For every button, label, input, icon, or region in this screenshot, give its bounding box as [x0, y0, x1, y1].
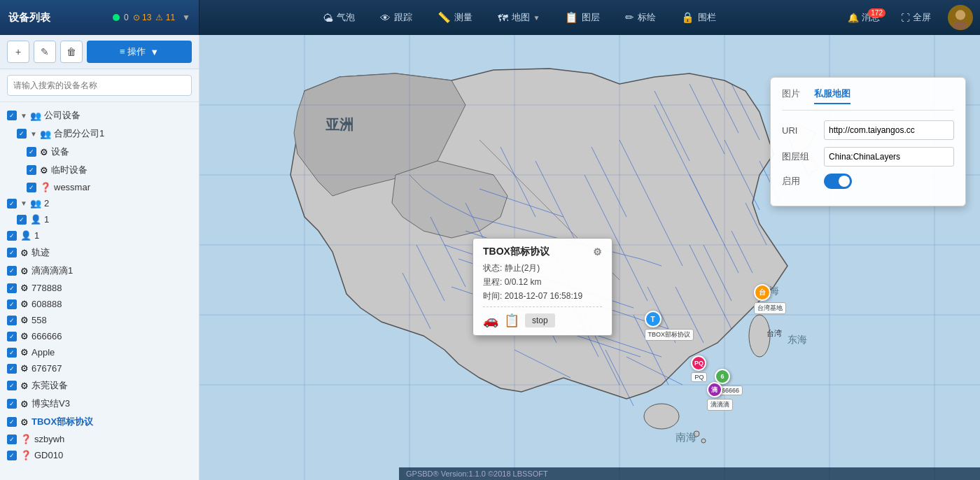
tree-item-g1[interactable]: ✓👤1 — [0, 211, 199, 227]
marker-tbox[interactable]: T TBOX部标协议 — [645, 311, 694, 341]
tree-arrow-hefei[interactable]: ▼ — [30, 130, 40, 138]
green-count: 0 — [124, 13, 129, 22]
tree-item-device[interactable]: ✓⚙设备 — [0, 143, 199, 161]
edit-button[interactable]: ✎ — [34, 41, 56, 63]
tree-label-device: 设备 — [51, 146, 192, 158]
tab-private-map[interactable]: 私服地图 — [814, 87, 850, 104]
search-input[interactable] — [7, 75, 192, 96]
tree-item-d558[interactable]: ✓⚙558 — [0, 312, 199, 328]
checkbox-tbox[interactable]: ✓ — [7, 417, 17, 427]
checkbox-d666666[interactable]: ✓ — [7, 332, 17, 341]
fullscreen-button[interactable]: ⛶ 全屏 — [892, 7, 939, 28]
checkbox-g2[interactable]: ✓ — [7, 199, 17, 209]
tree-arrow-company[interactable]: ▼ — [20, 112, 30, 120]
tree-item-d778888[interactable]: ✓⚙778888 — [0, 280, 199, 296]
nav-map[interactable]: 🗺 地图 ▼ — [488, 7, 550, 28]
delete-button[interactable]: 🗑 — [60, 41, 83, 63]
popup-info-icon[interactable]: 📋 — [504, 313, 519, 328]
tree-item-gd010[interactable]: ✓❓GD010 — [0, 447, 199, 463]
checkbox-d676767[interactable]: ✓ — [7, 364, 17, 374]
popup-track-icon[interactable]: 🚗 — [483, 313, 498, 328]
checkbox-szbywh[interactable]: ✓ — [7, 435, 17, 444]
nav-fence[interactable]: 🔒 围栏 — [671, 7, 726, 28]
tree-item-boshi[interactable]: ✓⚙博实结V3 — [0, 395, 199, 413]
tree-icon-didi: ⚙ — [20, 266, 29, 276]
checkbox-dongguan[interactable]: ✓ — [7, 381, 17, 390]
checkbox-wessmar[interactable]: ✓ — [27, 183, 36, 192]
operate-button[interactable]: ≡ 操作 ▼ — [87, 41, 192, 63]
tree-item-didi[interactable]: ✓⚙滴滴滴滴1 — [0, 262, 199, 280]
popup-stop-button[interactable]: stop — [525, 313, 555, 327]
checkbox-d558[interactable]: ✓ — [7, 316, 17, 325]
checkbox-didi[interactable]: ✓ — [7, 266, 17, 276]
nav-markup[interactable]: ✏ 标绘 — [615, 7, 666, 28]
panel-uri-label: URI — [782, 125, 817, 136]
checkbox-temp[interactable]: ✓ — [27, 165, 36, 175]
tree-item-track[interactable]: ✓⚙轨迹 — [0, 243, 199, 262]
avatar-svg — [949, 6, 972, 29]
nav-track[interactable]: 👁 跟踪 — [370, 7, 422, 28]
svg-point-6 — [701, 439, 706, 443]
notify-button[interactable]: 🔔 消息 172 — [839, 7, 888, 28]
tree-icon-d666666: ⚙ — [20, 331, 29, 341]
tree-label-gd010: GD010 — [34, 450, 192, 460]
tree-item-szbywh[interactable]: ✓❓szbywh — [0, 431, 199, 447]
checkbox-apple[interactable]: ✓ — [7, 348, 17, 358]
panel-layer-input[interactable] — [824, 147, 954, 167]
checkbox-g1[interactable]: ✓ — [17, 215, 27, 225]
marker-didi[interactable]: 滴 滴滴滴 — [707, 382, 733, 411]
checkbox-gd010[interactable]: ✓ — [7, 451, 17, 460]
marker-pq[interactable]: PQ PQ — [691, 355, 707, 382]
tree-item-dongguan[interactable]: ✓⚙东莞设备 — [0, 376, 199, 395]
sidebar-actions: + ✎ 🗑 ≡ 操作 ▼ — [0, 35, 199, 69]
footer-text: GPSBD® Version:1.1.0 ©2018 LBSSOFT — [406, 470, 548, 478]
svg-point-0 — [955, 10, 965, 20]
checkbox-d608888[interactable]: ✓ — [7, 299, 17, 309]
tree-arrow-g2[interactable]: ▼ — [20, 199, 30, 207]
nav-track-label: 跟踪 — [394, 11, 412, 24]
tree-item-d676767[interactable]: ✓⚙676767 — [0, 360, 199, 376]
tree-icon-g1: 👤 — [30, 214, 41, 225]
tree-item-company[interactable]: ✓▼👥公司设备 — [0, 106, 199, 125]
nav-measure[interactable]: 📏 测量 — [428, 7, 482, 28]
popup-mileage-row: 里程: 0/0.12 km — [483, 276, 602, 288]
tree-icon-szbywh: ❓ — [20, 434, 31, 444]
marker-taiwan[interactable]: 台 台湾基地 — [754, 284, 786, 314]
checkbox-track[interactable]: ✓ — [7, 248, 17, 257]
tree-item-wessmar[interactable]: ✓❓wessmar — [0, 179, 199, 195]
checkbox-company[interactable]: ✓ — [7, 111, 17, 120]
tree-item-apple[interactable]: ✓⚙Apple — [0, 344, 199, 360]
tab-image[interactable]: 图片 — [782, 87, 800, 104]
tree-item-d1[interactable]: ✓👤1 — [0, 227, 199, 243]
tree-item-tbox[interactable]: ✓⚙TBOX部标协议 — [0, 413, 199, 431]
tree-item-temp[interactable]: ✓⚙临时设备 — [0, 161, 199, 179]
tree-item-d608888[interactable]: ✓⚙608888 — [0, 296, 199, 312]
nav-measure-label: 测量 — [454, 11, 472, 24]
panel-uri-input[interactable] — [824, 120, 954, 140]
tree-label-d558: 558 — [31, 315, 192, 325]
map-area[interactable]: 亚洲 黄海 东海 南海 台湾 TBOX部标协议 ⚙ 状态: 静止(2月) 里程:… — [200, 35, 980, 480]
enable-toggle[interactable] — [824, 174, 852, 189]
user-avatar[interactable] — [948, 5, 973, 30]
checkbox-boshi[interactable]: ✓ — [7, 399, 17, 409]
nav-layer[interactable]: 📋 图层 — [555, 7, 610, 28]
checkbox-d778888[interactable]: ✓ — [7, 283, 17, 293]
fence-icon: 🔒 — [681, 11, 694, 24]
checkbox-d1[interactable]: ✓ — [7, 231, 17, 241]
svg-text:亚洲: 亚洲 — [326, 117, 354, 132]
tree-label-track: 轨迹 — [31, 246, 192, 259]
tree-label-d778888: 778888 — [31, 283, 192, 293]
popup-status-row: 状态: 静止(2月) — [483, 262, 602, 274]
nav-map-label: 地图 — [512, 11, 530, 24]
checkbox-device[interactable]: ✓ — [27, 147, 36, 157]
nav-weather[interactable]: 🌤 气泡 — [313, 7, 365, 28]
panel-uri-row: URI — [782, 120, 954, 140]
popup-settings-icon[interactable]: ⚙ — [593, 246, 602, 257]
checkbox-hefei[interactable]: ✓ — [17, 129, 27, 139]
tree-item-hefei[interactable]: ✓▼👥合肥分公司1 — [0, 125, 199, 143]
tree-item-g2[interactable]: ✓▼👥2 — [0, 195, 199, 211]
tree-item-d666666[interactable]: ✓⚙666666 — [0, 328, 199, 344]
expand-icon[interactable]: ▼ — [182, 13, 190, 22]
add-button[interactable]: + — [7, 41, 29, 63]
popup-device-name: TBOX部标协议 — [483, 246, 550, 258]
